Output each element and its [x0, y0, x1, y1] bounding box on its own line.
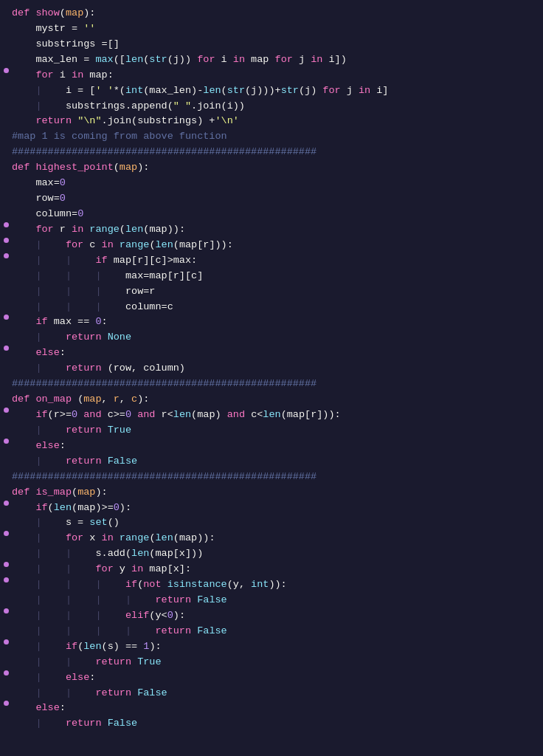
code-editor: def show(map): mystr = '' substrings =[]…: [0, 0, 543, 738]
line-content: row=0: [9, 191, 540, 207]
breakpoint-dot[interactable]: [4, 68, 9, 73]
code-line: if(len(map)>=0):: [0, 501, 543, 516]
code-line: column=0: [0, 207, 543, 222]
code-line: ########################################…: [0, 470, 543, 485]
breakpoint-dot[interactable]: [4, 253, 9, 258]
code-line: def show(map):: [0, 6, 543, 21]
code-line: max=0: [0, 176, 543, 191]
line-content: for r in range(len(map)):: [9, 222, 540, 238]
line-content: | i = [' '*(int(max_len)-len(str(j)))+st…: [9, 83, 540, 99]
line-content: ########################################…: [9, 145, 540, 160]
line-content: substrings =[]: [9, 37, 540, 52]
code-line: substrings =[]: [0, 37, 543, 52]
code-line: | | | row=r: [0, 284, 543, 300]
breakpoint-dot[interactable]: [4, 501, 9, 506]
line-content: else:: [9, 439, 540, 454]
code-line: | i = [' '*(int(max_len)-len(str(j)))+st…: [0, 83, 543, 99]
line-indicator: [3, 408, 9, 413]
breakpoint-dot[interactable]: [4, 408, 9, 413]
line-content: def on_map (map, r, c):: [9, 392, 540, 408]
code-line: for r in range(len(map)):: [0, 222, 543, 238]
line-content: | return None: [9, 330, 540, 346]
line-content: | | return False: [9, 686, 540, 701]
breakpoint-dot[interactable]: [4, 701, 9, 706]
line-content: | | | row=r: [9, 284, 540, 300]
line-indicator: [3, 315, 9, 320]
code-line: | return True: [0, 423, 543, 439]
line-content: mystr = '': [9, 21, 540, 37]
breakpoint-dot[interactable]: [4, 346, 9, 351]
line-content: max_len = max([len(str(j)) for i in map …: [9, 52, 540, 68]
code-line: | s = set(): [0, 515, 543, 531]
code-line: max_len = max([len(str(j)) for i in map …: [0, 52, 543, 68]
code-line: def is_map(map):: [0, 485, 543, 501]
line-content: else:: [9, 701, 540, 716]
code-line: | | | | return False: [0, 593, 543, 608]
code-line: #map 1 is coming from above function: [0, 129, 543, 145]
line-indicator: [3, 222, 9, 227]
code-line: | if(len(s) == 1):: [0, 639, 543, 655]
code-line: if max == 0:: [0, 315, 543, 330]
code-line: | | if map[r][c]>max:: [0, 253, 543, 269]
line-content: return "\n".join(substrings) +'\n': [9, 114, 540, 129]
breakpoint-dot[interactable]: [4, 222, 9, 227]
code-line: | for x in range(len(map)):: [0, 531, 543, 546]
breakpoint-dot[interactable]: [4, 639, 9, 645]
code-line: def highest_point(map):: [0, 160, 543, 176]
line-content: column=0: [9, 207, 540, 222]
code-line: | | | | return False: [0, 624, 543, 639]
code-line: else:: [0, 439, 543, 454]
breakpoint-dot[interactable]: [4, 562, 9, 567]
breakpoint-dot[interactable]: [4, 238, 9, 243]
line-content: | | for y in map[x]:: [9, 562, 540, 577]
line-content: def highest_point(map):: [9, 160, 540, 176]
line-content: | | | elif(y<0):: [9, 608, 540, 624]
line-content: if(r>=0 and c>=0 and r<len(map) and c<le…: [9, 408, 540, 423]
line-indicator: [3, 701, 9, 706]
line-content: | return True: [9, 423, 540, 439]
code-line: row=0: [0, 191, 543, 207]
breakpoint-dot[interactable]: [4, 608, 9, 614]
line-indicator: [3, 501, 9, 506]
line-indicator: [3, 670, 9, 676]
line-content: | | return True: [9, 655, 540, 670]
line-content: | return (row, column): [9, 361, 540, 377]
code-line: return "\n".join(substrings) +'\n': [0, 114, 543, 129]
code-line: | for c in range(len(map[r])):: [0, 238, 543, 253]
code-line: | | return True: [0, 655, 543, 670]
line-content: ########################################…: [9, 470, 540, 485]
line-content: | return False: [9, 716, 540, 732]
line-indicator: [3, 253, 9, 258]
line-content: | | s.add(len(map[x])): [9, 546, 540, 562]
code-line: else:: [0, 346, 543, 361]
line-content: | | | max=map[r][c]: [9, 269, 540, 284]
code-line: | | | elif(y<0):: [0, 608, 543, 624]
code-line: | return None: [0, 330, 543, 346]
line-content: | | | column=c: [9, 300, 540, 315]
line-indicator: [3, 639, 9, 645]
line-indicator: [3, 346, 9, 351]
line-content: def show(map):: [9, 6, 540, 21]
line-content: | for c in range(len(map[r])):: [9, 238, 540, 253]
breakpoint-dot[interactable]: [4, 439, 9, 444]
line-content: | | | if(not isinstance(y, int)):: [9, 577, 540, 593]
line-indicator: [3, 577, 9, 583]
code-line: def on_map (map, r, c):: [0, 392, 543, 408]
line-content: | substrings.append(" ".join(i)): [9, 99, 540, 114]
code-line: | return False: [0, 454, 543, 470]
code-line: | | | max=map[r][c]: [0, 269, 543, 284]
line-content: else:: [9, 346, 540, 361]
breakpoint-dot[interactable]: [4, 531, 9, 536]
breakpoint-dot[interactable]: [4, 577, 9, 583]
breakpoint-dot[interactable]: [4, 315, 9, 320]
code-line: mystr = '': [0, 21, 543, 37]
line-content: def is_map(map):: [9, 485, 540, 501]
code-line: ########################################…: [0, 145, 543, 160]
line-content: | | | | return False: [9, 624, 540, 639]
code-line: for i in map:: [0, 68, 543, 83]
line-content: | return False: [9, 454, 540, 470]
breakpoint-dot[interactable]: [4, 670, 9, 676]
line-content: if max == 0:: [9, 315, 540, 330]
line-indicator: [3, 531, 9, 536]
line-content: for i in map:: [9, 68, 540, 83]
